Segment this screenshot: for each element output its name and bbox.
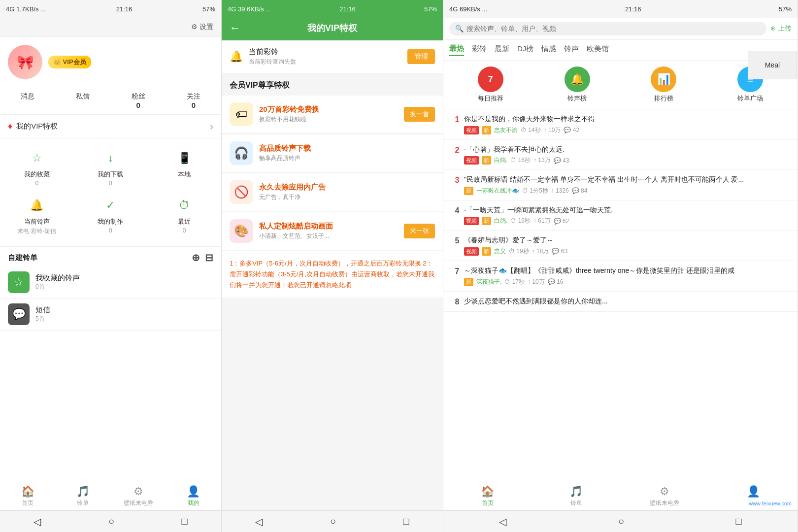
- ringtone-sub: 当前彩铃查询失败: [249, 58, 407, 66]
- recent-btn-2[interactable]: □: [403, 516, 409, 527]
- ringtone-chart[interactable]: 🔔 铃声榜: [558, 66, 597, 103]
- cat-hottest[interactable]: 最热: [449, 44, 464, 56]
- current-ringtone[interactable]: 🔔 当前铃声 来电·彩铃·短信: [0, 192, 74, 240]
- nav-wallpaper-3[interactable]: ⚙ 壁纸来电秀: [621, 481, 709, 510]
- bottom-nav-1: 🏠 首页 🎵 铃单 ⚙ 壁纸来电秀 👤 我的: [0, 481, 221, 510]
- rank-8: 8: [450, 297, 464, 306]
- cat-dj[interactable]: DJ榜: [517, 44, 533, 56]
- nav-home-1[interactable]: 🏠 首页: [0, 481, 55, 510]
- favorites-list-item[interactable]: ☆ 我收藏的铃声 0首: [0, 266, 221, 299]
- song-item-5[interactable]: 5 《春娇与志明》爱了～爱了～ 视频 新 忠义 ⏱ 19秒 ↑ 18万 💬 63: [443, 231, 798, 261]
- stat-message[interactable]: 消息: [21, 92, 34, 109]
- back-button-2[interactable]: ←: [230, 22, 240, 34]
- nav-home-3[interactable]: 🏠 首页: [443, 481, 532, 510]
- song-list: 1 你是不是我的，你像天外来物一样求之不得 视频 新 忠友不渝 ⏱ 14秒 ↑ …: [443, 109, 798, 481]
- cat-western[interactable]: 欧美馆: [587, 44, 609, 56]
- nav-mine-1[interactable]: 👤 我的: [166, 481, 221, 510]
- vip-entry[interactable]: ♦ 我的VIP特权 ›: [0, 115, 221, 138]
- daily-recommendation[interactable]: 7 每日推荐: [471, 66, 510, 103]
- song-title-4: ·「一吻天荒」一瞬间紧紧拥抱无处可逃一吻天荒.: [464, 205, 791, 215]
- my-favorites[interactable]: ☆ 我的收藏 0: [0, 144, 74, 192]
- vip-topbar: ← 我的VIP特权: [222, 18, 443, 40]
- my-downloads-num: 0: [109, 180, 112, 187]
- recent-btn-3[interactable]: □: [736, 516, 742, 527]
- get-boot-screen-button[interactable]: 来一张: [404, 224, 435, 238]
- cat-ringtone[interactable]: 彩铃: [472, 44, 487, 56]
- song-item-8[interactable]: 8 少谈点恋爱吧不然遇到满眼都是你的人你却连...: [443, 292, 798, 312]
- local[interactable]: 📱 本地: [147, 144, 221, 192]
- clock-icon: ⏱: [175, 197, 193, 214]
- status-left-1: 4G 1.7KB/s ...: [6, 5, 46, 13]
- duration-4: ⏱ 16秒: [510, 217, 531, 225]
- perk-hq-info: 高品质铃声下载 畅享高品质铃声: [259, 144, 435, 163]
- add-icon[interactable]: ⊕: [192, 252, 200, 264]
- back-btn-3[interactable]: ◁: [499, 516, 506, 528]
- upload-button[interactable]: ⊕ 上传: [770, 24, 792, 33]
- ringtone-info: 当前彩铃 当前彩铃查询失败: [249, 47, 407, 66]
- tag-new-4: 新: [482, 217, 491, 225]
- cat-ringtones[interactable]: 铃声: [564, 44, 579, 56]
- current-ringtone-sub: 来电·彩铃·短信: [17, 227, 56, 235]
- manage-button[interactable]: 管理: [407, 49, 435, 64]
- song-title-5: 《春娇与志明》爱了～爱了～: [464, 235, 791, 245]
- song-item-3[interactable]: 3 "民政局新标语 结婚不一定幸福 单身不一定不幸福 出生时一个人 离开时也不可…: [443, 170, 798, 200]
- perk-noads-icon: 🚫: [230, 180, 253, 204]
- sms-list-item[interactable]: 💬 短信 5首: [0, 299, 221, 331]
- song-item-7[interactable]: 7 ～深夜猫子🐟【翻唱】《甜甜咸咸》three twernty one～你是微笑…: [443, 261, 798, 292]
- recent-btn-1[interactable]: □: [182, 516, 188, 527]
- cat-emotion[interactable]: 情感: [541, 44, 556, 56]
- nav-ringtone-1[interactable]: 🎵 铃单: [55, 481, 110, 510]
- status-bar-2: 4G 39.6KB/s ... 21:16 57%: [222, 0, 443, 18]
- self-built-section-title: 自建铃单 ⊕ ⊟: [0, 247, 221, 266]
- nav-wallpaper-1[interactable]: ⚙ 壁纸来电秀: [111, 481, 166, 510]
- search-input[interactable]: [466, 25, 761, 33]
- perk-hq-download[interactable]: 🎧 高品质铃声下载 畅享高品质铃声: [222, 134, 443, 172]
- status-time-2: 21:16: [339, 5, 356, 13]
- tag-new-3: 新: [464, 187, 473, 195]
- current-ringtone-label: 当前铃声: [24, 217, 50, 226]
- my-downloads[interactable]: ↓ 我的下载 0: [74, 144, 148, 192]
- nav-mine-3[interactable]: 👤 我的: [709, 481, 798, 510]
- back-btn-2[interactable]: ◁: [255, 516, 263, 528]
- status-right-2: 57%: [424, 5, 437, 13]
- my-creation[interactable]: ✓ 我的制作 0: [74, 192, 148, 240]
- meal-label: Meal: [748, 51, 797, 79]
- perk-no-ads[interactable]: 🚫 永久去除应用内广告 无广告，真干净: [222, 173, 443, 211]
- duration-1: ⏱ 14秒: [521, 126, 541, 134]
- stat-private[interactable]: 私信: [76, 92, 90, 109]
- list-icon[interactable]: ⊟: [205, 252, 213, 264]
- duration-5: ⏱ 19秒: [509, 247, 529, 256]
- checkmark-icon: ✓: [101, 197, 119, 214]
- search-box[interactable]: 🔍: [449, 22, 766, 35]
- settings-button[interactable]: ⚙ 设置: [191, 23, 213, 32]
- song-item-2[interactable]: 2 ·「心墙」我学着不去担心的太远. 视频 新 白鸽. ⏱ 16秒 ↑ 13万 …: [443, 140, 798, 170]
- my-downloads-label: 我的下载: [98, 170, 123, 179]
- swap-ringtone-button[interactable]: 换一首: [404, 107, 435, 122]
- cat-newest[interactable]: 最新: [495, 44, 509, 56]
- ranking-list[interactable]: 📊 排行榜: [644, 66, 683, 103]
- panel-vip: 4G 39.6KB/s ... 21:16 57% ← 我的VIP特权 🔔 当前…: [222, 0, 443, 532]
- shortcuts-grid: 7 每日推荐 🔔 铃声榜 📊 排行榜 ≡ 铃单广场: [443, 61, 798, 109]
- recent[interactable]: ⏱ 最近 0: [147, 192, 221, 240]
- perk-boot-info: 私人定制炫酷启动画面 小清新、文艺范、女汉子...: [259, 222, 404, 240]
- song-item-4[interactable]: 4 ·「一吻天荒」一瞬间紧紧拥抱无处可逃一吻天荒. 视频 新 白鸽. ⏱ 16秒…: [443, 200, 798, 231]
- plays-2: ↑ 13万: [533, 156, 551, 165]
- perk-free-ringtone[interactable]: 🏷 20万首彩铃免费换 换彩铃不用花钱啦 换一首: [222, 96, 443, 133]
- perk-ringtone-desc: 换彩铃不用花钱啦: [259, 115, 404, 124]
- song-meta-3: 新 一苏毅在线冲🐟 ⏱ 1分5秒 ↑ 1326 💬 84: [464, 187, 791, 195]
- bottom-nav-3: 🏠 首页 🎵 铃单 ⚙ 壁纸来电秀 👤 我的: [443, 481, 798, 510]
- stat-fans[interactable]: 粉丝 0: [132, 92, 145, 109]
- sms-list-icon: 💬: [8, 303, 30, 325]
- stat-fans-num: 0: [132, 101, 145, 109]
- perk-custom-boot[interactable]: 🎨 私人定制炫酷启动画面 小清新、文艺范、女汉子... 来一张: [222, 212, 443, 250]
- vip-badge[interactable]: 👑 VIP会员: [48, 56, 91, 68]
- home-btn-3[interactable]: ○: [618, 516, 624, 527]
- home-btn-2[interactable]: ○: [330, 516, 336, 527]
- song-item-1[interactable]: 1 你是不是我的，你像天外来物一样求之不得 视频 新 忠友不渝 ⏱ 14秒 ↑ …: [443, 109, 798, 140]
- stat-follow[interactable]: 关注 0: [187, 92, 200, 109]
- home-btn-1[interactable]: ○: [108, 516, 114, 527]
- back-btn-1[interactable]: ◁: [33, 516, 41, 528]
- perk-boot-desc: 小清新、文艺范、女汉子...: [259, 232, 404, 240]
- nav-ringtone-3[interactable]: 🎵 铃单: [532, 481, 621, 510]
- nav-ringtone-label-3: 铃单: [570, 499, 582, 507]
